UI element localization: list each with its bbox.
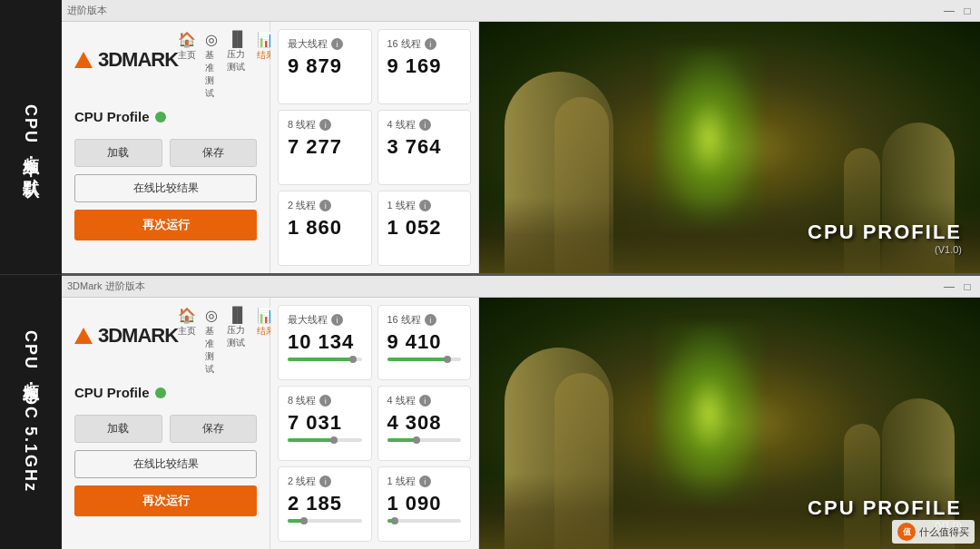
left-label-strip: CPU频率：默认 CPU频率：OC 5.1GHz bbox=[0, 0, 62, 549]
watermark: 值 什么值得买 bbox=[892, 520, 975, 544]
score-card-2t-bottom: 2 线程 i 2 185 bbox=[278, 466, 372, 542]
bottom-label: CPU频率：OC 5.1GHz bbox=[0, 275, 62, 549]
nav-benchmark-top[interactable]: ◎ 基准测试 bbox=[205, 31, 218, 100]
load-button-top[interactable]: 加载 bbox=[74, 139, 162, 167]
info-icon-1t: i bbox=[419, 200, 431, 211]
logo-triangle-bottom bbox=[74, 328, 93, 344]
info-icon-8t-bottom: i bbox=[319, 395, 331, 407]
info-icon-16t-bottom: i bbox=[425, 314, 436, 326]
score-card-4t-top: 4 线程 i 3 764 bbox=[377, 110, 472, 185]
score-bar-8t bbox=[288, 438, 362, 442]
hero-area-top: CPU PROFILE (V1.0) bbox=[479, 22, 980, 273]
info-icon-2t: i bbox=[319, 200, 331, 211]
info-icon-2t-bottom: i bbox=[319, 475, 331, 487]
nav-stress-bottom[interactable]: ▐▌ 压力测试 bbox=[227, 307, 248, 376]
status-dot-top bbox=[155, 112, 166, 123]
info-icon-8t: i bbox=[319, 119, 331, 131]
minimize-button-bottom[interactable]: — bbox=[942, 279, 956, 294]
brand-logo-top: 3DMARK bbox=[74, 48, 178, 72]
status-dot-bottom bbox=[155, 387, 166, 398]
benchmark-icon: ◎ bbox=[205, 31, 218, 48]
score-value-8t-top: 7 277 bbox=[288, 135, 362, 159]
save-button-bottom[interactable]: 保存 bbox=[170, 415, 258, 443]
brand-logo-bottom: 3DMARK bbox=[74, 324, 178, 348]
score-value-4t-bottom: 4 308 bbox=[387, 411, 462, 435]
title-bar-text-bottom: 3DMark 进阶版本 bbox=[67, 279, 942, 293]
score-value-1t-top: 1 052 bbox=[387, 216, 462, 240]
score-value-max-top: 9 879 bbox=[288, 54, 362, 78]
nav-home-bottom[interactable]: 🏠 主页 bbox=[178, 307, 196, 376]
info-icon-4t-bottom: i bbox=[419, 395, 431, 407]
score-bar-2t bbox=[288, 519, 362, 523]
score-value-16t-bottom: 9 410 bbox=[387, 330, 462, 354]
brand-name-bottom: 3DMARK bbox=[98, 324, 178, 348]
score-value-1t-bottom: 1 090 bbox=[387, 492, 462, 515]
maximize-button[interactable]: □ bbox=[960, 4, 975, 18]
profile-title-top: CPU Profile bbox=[74, 109, 257, 124]
score-card-1t-top: 1 线程 i 1 052 bbox=[377, 191, 472, 266]
run-button-bottom[interactable]: 再次运行 bbox=[74, 485, 257, 516]
score-card-max-thread-top: 最大线程 i 9 879 bbox=[278, 29, 372, 104]
score-bar-4t bbox=[387, 438, 462, 442]
info-icon-1t-bottom: i bbox=[419, 475, 431, 487]
window-controls: — □ bbox=[942, 4, 975, 18]
logo-triangle bbox=[74, 52, 93, 68]
sidebar-top: 3DMARK 🏠 主页 ◎ 基准测试 ▐▌ 压力测试 bbox=[62, 22, 270, 273]
score-card-16t-bottom: 16 线程 i 9 410 bbox=[377, 305, 472, 380]
score-bar-16t bbox=[387, 358, 462, 361]
info-icon-max: i bbox=[331, 38, 343, 50]
run-button-top[interactable]: 再次运行 bbox=[74, 210, 257, 240]
nav-home-top[interactable]: 🏠 主页 bbox=[178, 31, 196, 100]
info-icon-16t: i bbox=[425, 38, 436, 50]
score-value-8t-bottom: 7 031 bbox=[288, 411, 362, 435]
benchmark-icon-bottom: ◎ bbox=[205, 307, 218, 324]
title-bar-top: 进阶版本 — □ bbox=[62, 0, 980, 22]
watermark-text: 什么值得买 bbox=[919, 525, 969, 539]
hero-title-text-top: CPU PROFILE bbox=[808, 221, 962, 244]
top-panel: 进阶版本 — □ 3DMARK 🏠 主页 bbox=[62, 0, 980, 276]
score-value-max-bottom: 10 134 bbox=[288, 330, 362, 354]
score-value-4t-top: 3 764 bbox=[387, 135, 462, 159]
watermark-logo: 值 bbox=[897, 523, 916, 541]
nav-benchmark-bottom[interactable]: ◎ 基准测试 bbox=[205, 307, 218, 376]
stress-icon-bottom: ▐▌ bbox=[227, 307, 248, 323]
info-icon-max-bottom: i bbox=[331, 314, 343, 326]
compare-button-top[interactable]: 在线比较结果 bbox=[74, 174, 257, 202]
nav-stress-top[interactable]: ▐▌ 压力测试 bbox=[227, 31, 248, 100]
home-icon-bottom: 🏠 bbox=[178, 307, 196, 324]
score-card-8t-top: 8 线程 i 7 277 bbox=[278, 110, 372, 185]
hero-title-text-bottom: CPU PROFILE bbox=[808, 496, 962, 520]
score-card-max-thread-bottom: 最大线程 i 10 134 bbox=[278, 305, 372, 380]
arch-mid-bottom bbox=[554, 373, 609, 549]
bottom-panel: 3DMark 进阶版本 — □ 3DMARK 🏠 主页 bbox=[62, 276, 980, 549]
main-content: 进阶版本 — □ 3DMARK 🏠 主页 bbox=[62, 0, 980, 549]
load-button-bottom[interactable]: 加载 bbox=[74, 415, 162, 443]
top-label: CPU频率：默认 bbox=[0, 0, 62, 275]
score-card-4t-bottom: 4 线程 i 4 308 bbox=[377, 386, 472, 461]
minimize-button[interactable]: — bbox=[942, 4, 956, 18]
home-icon: 🏠 bbox=[178, 31, 196, 48]
save-button-top[interactable]: 保存 bbox=[170, 139, 258, 167]
window-controls-bottom: — □ bbox=[942, 279, 975, 294]
title-bar-bottom: 3DMark 进阶版本 — □ bbox=[62, 276, 980, 298]
score-value-2t-bottom: 2 185 bbox=[288, 492, 362, 515]
hero-title-top: CPU PROFILE (V1.0) bbox=[808, 221, 962, 255]
maximize-button-bottom[interactable]: □ bbox=[960, 279, 975, 294]
hero-area-bottom: CPU PROFILE (V1.0) 值 什么值得买 bbox=[479, 298, 980, 549]
score-value-16t-top: 9 169 bbox=[387, 54, 462, 78]
scores-grid-bottom: 最大线程 i 10 134 16 线程 i 9 410 bbox=[270, 298, 479, 549]
score-card-1t-bottom: 1 线程 i 1 090 bbox=[377, 466, 472, 542]
brand-name: 3DMARK bbox=[98, 48, 178, 72]
sidebar-buttons-top: 加载 保存 bbox=[74, 139, 257, 167]
title-bar-text: 进阶版本 bbox=[67, 4, 942, 17]
stress-icon: ▐▌ bbox=[227, 31, 248, 47]
info-icon-4t: i bbox=[419, 119, 431, 131]
compare-button-bottom[interactable]: 在线比较结果 bbox=[74, 450, 257, 478]
score-bar-1t bbox=[387, 519, 462, 523]
scores-grid-top: 最大线程 i 9 879 16 线程 i 9 169 8 线程 i bbox=[270, 22, 479, 273]
panel-main-row-top: 3DMARK 🏠 主页 ◎ 基准测试 ▐▌ 压力测试 bbox=[62, 22, 980, 273]
sidebar-buttons-bottom: 加载 保存 bbox=[74, 415, 257, 443]
arch-mid bbox=[554, 97, 609, 273]
profile-title-bottom: CPU Profile bbox=[74, 385, 257, 400]
score-card-16t-top: 16 线程 i 9 169 bbox=[377, 29, 472, 104]
